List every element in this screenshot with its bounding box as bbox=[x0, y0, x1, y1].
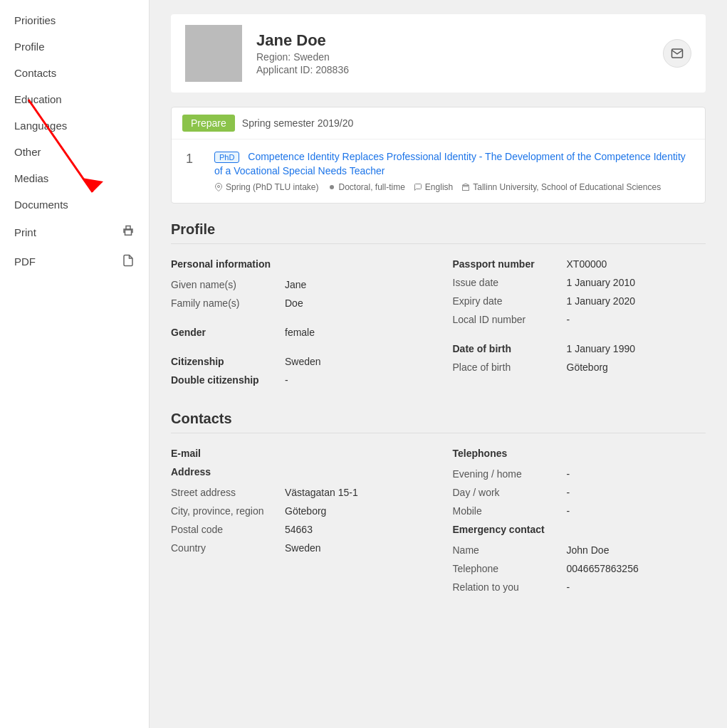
meta-intake: Spring (PhD TLU intake) bbox=[214, 182, 319, 192]
sidebar-item-documents[interactable]: Documents bbox=[0, 191, 149, 218]
profile-section-title: Profile bbox=[171, 221, 706, 244]
postal-row: Postal code 54663 bbox=[171, 520, 424, 539]
svg-point-4 bbox=[218, 186, 220, 188]
dob-value: 1 January 1990 bbox=[567, 343, 636, 354]
citizenship-label: Citizenship bbox=[171, 356, 285, 367]
local-id-label: Local ID number bbox=[453, 314, 567, 325]
sidebar-item-contacts[interactable]: Contacts bbox=[0, 60, 149, 86]
relation-label: Relation to you bbox=[453, 581, 567, 593]
country-label: Country bbox=[171, 542, 285, 554]
user-info: Jane Doe Region: Sweden Applicant ID: 20… bbox=[256, 31, 663, 75]
family-name-value: Doe bbox=[285, 297, 303, 309]
contacts-section-title: Contacts bbox=[171, 411, 706, 433]
local-id-row: Local ID number - bbox=[453, 310, 706, 329]
given-name-value: Jane bbox=[285, 279, 306, 290]
avatar bbox=[185, 25, 242, 82]
sidebar-item-label: Print bbox=[14, 226, 36, 238]
family-name-label: Family name(s) bbox=[171, 297, 285, 309]
expiry-date-label: Expiry date bbox=[453, 295, 567, 307]
user-applicant-id: Applicant ID: 208836 bbox=[256, 64, 663, 75]
sidebar-item-label: Education bbox=[14, 93, 62, 105]
pob-value: Göteborg bbox=[567, 362, 608, 373]
svg-point-5 bbox=[330, 185, 334, 189]
meta-university: Tallinn University, School of Educationa… bbox=[461, 182, 661, 192]
program-title-line: PhD Competence Identity Replaces Profess… bbox=[214, 150, 691, 178]
svg-rect-6 bbox=[463, 186, 469, 191]
passport-number-row: Passport number XT00000 bbox=[453, 255, 706, 273]
sidebar: Priorities Profile Contacts Education La… bbox=[0, 0, 150, 728]
relation-value: - bbox=[567, 581, 570, 593]
expiry-date-value: 1 January 2020 bbox=[567, 295, 636, 307]
sidebar-item-print[interactable]: Print bbox=[0, 218, 149, 247]
given-name-label: Given name(s) bbox=[171, 279, 285, 290]
sidebar-item-label: Profile bbox=[14, 41, 45, 53]
pdf-icon bbox=[122, 254, 135, 269]
evening-row: Evening / home - bbox=[453, 465, 706, 483]
meta-type: Doctoral, full-time bbox=[328, 182, 405, 192]
sidebar-item-medias[interactable]: Medias bbox=[0, 165, 149, 191]
city-row: City, province, region Göteborg bbox=[171, 502, 424, 520]
program-details: PhD Competence Identity Replaces Profess… bbox=[214, 150, 691, 192]
profile-right-col: Passport number XT00000 Issue date 1 Jan… bbox=[453, 255, 706, 389]
emergency-telephone-label: Telephone bbox=[453, 563, 567, 574]
profile-section: Profile Personal information Given name(… bbox=[171, 221, 706, 389]
contacts-section: Contacts E-mail Address Street address V… bbox=[171, 411, 706, 596]
evening-value: - bbox=[567, 468, 570, 480]
sidebar-item-label: PDF bbox=[14, 255, 36, 268]
family-name-row: Family name(s) Doe bbox=[171, 294, 424, 312]
emergency-telephone-value: 0046657863256 bbox=[567, 563, 639, 574]
sidebar-item-priorities[interactable]: Priorities bbox=[0, 7, 149, 33]
svg-rect-0 bbox=[125, 230, 132, 236]
sidebar-item-pdf[interactable]: PDF bbox=[0, 247, 149, 276]
email-row: E-mail bbox=[171, 444, 424, 463]
local-id-value: - bbox=[567, 314, 570, 325]
day-label: Day / work bbox=[453, 487, 567, 498]
country-row: Country Sweden bbox=[171, 539, 424, 557]
postal-value: 54663 bbox=[285, 524, 313, 535]
sidebar-item-label: Priorities bbox=[14, 14, 56, 26]
passport-label: Passport number bbox=[453, 258, 567, 270]
sidebar-item-label: Medias bbox=[14, 172, 48, 184]
sidebar-item-profile[interactable]: Profile bbox=[0, 33, 149, 60]
user-name: Jane Doe bbox=[256, 31, 663, 50]
email-label: E-mail bbox=[171, 448, 285, 459]
mobile-label: Mobile bbox=[453, 505, 567, 517]
email-button[interactable] bbox=[663, 39, 691, 68]
program-header: Prepare Spring semester 2019/20 bbox=[172, 107, 705, 139]
user-header: Jane Doe Region: Sweden Applicant ID: 20… bbox=[171, 14, 706, 93]
street-row: Street address Västagatan 15-1 bbox=[171, 483, 424, 502]
contacts-left-col: E-mail Address Street address Västagatan… bbox=[171, 444, 424, 596]
issue-date-value: 1 January 2010 bbox=[567, 277, 636, 288]
profile-info-grid: Personal information Given name(s) Jane … bbox=[171, 255, 706, 389]
sidebar-item-other[interactable]: Other bbox=[0, 139, 149, 165]
street-label: Street address bbox=[171, 487, 285, 498]
contacts-info-grid: E-mail Address Street address Västagatan… bbox=[171, 444, 706, 596]
sidebar-item-label: Contacts bbox=[14, 67, 56, 79]
day-value: - bbox=[567, 487, 570, 498]
semester-text: Spring semester 2019/20 bbox=[242, 117, 353, 129]
mobile-value: - bbox=[567, 505, 570, 517]
citizenship-row: Citizenship Sweden bbox=[171, 352, 424, 371]
double-citizenship-value: - bbox=[285, 374, 288, 386]
issue-date-row: Issue date 1 January 2010 bbox=[453, 273, 706, 292]
address-title: Address bbox=[171, 466, 424, 478]
main-content: Jane Doe Region: Sweden Applicant ID: 20… bbox=[150, 0, 727, 728]
dob-label: Date of birth bbox=[453, 343, 567, 354]
pob-row: Place of birth Göteborg bbox=[453, 358, 706, 376]
gender-row: Gender female bbox=[171, 323, 424, 342]
sidebar-item-label: Languages bbox=[14, 120, 67, 132]
day-row: Day / work - bbox=[453, 483, 706, 502]
sidebar-item-languages[interactable]: Languages bbox=[0, 112, 149, 139]
issue-date-label: Issue date bbox=[453, 277, 567, 288]
meta-language: English bbox=[414, 182, 453, 192]
program-title[interactable]: Competence Identity Replaces Professiona… bbox=[214, 151, 686, 176]
country-value: Sweden bbox=[285, 542, 321, 554]
given-name-row: Given name(s) Jane bbox=[171, 275, 424, 294]
city-label: City, province, region bbox=[171, 505, 285, 517]
passport-value: XT00000 bbox=[567, 258, 607, 270]
sidebar-item-education[interactable]: Education bbox=[0, 86, 149, 112]
mobile-row: Mobile - bbox=[453, 502, 706, 520]
postal-label: Postal code bbox=[171, 524, 285, 535]
double-citizenship-row: Double citizenship - bbox=[171, 371, 424, 389]
city-value: Göteborg bbox=[285, 505, 326, 517]
